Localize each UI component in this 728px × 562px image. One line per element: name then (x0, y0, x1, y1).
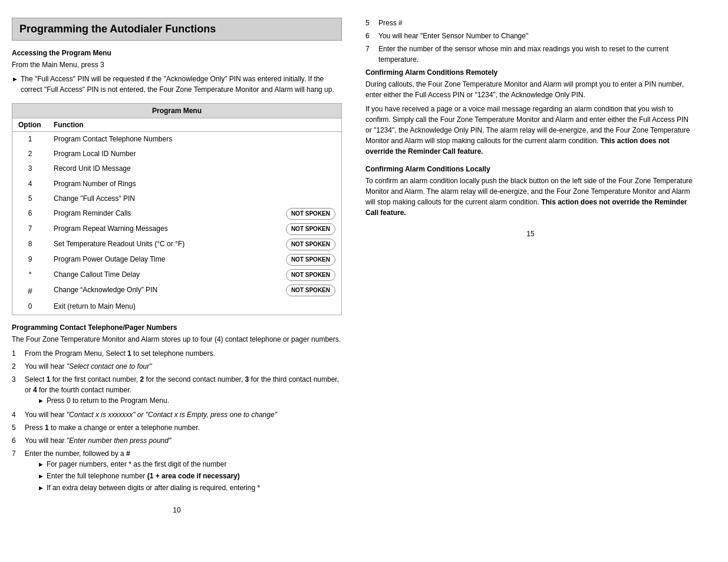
step-text: Press # (378, 18, 403, 28)
left-page-number: 10 (12, 506, 342, 514)
section1-intro: From the Main Menu, press 3 (12, 59, 342, 70)
step-number: 6 (12, 435, 20, 446)
not-spoken-badge: NOT SPOKEN (286, 254, 335, 266)
list-item: 7Enter the number, followed by a #►For p… (12, 448, 342, 494)
right-section1-para1: During callouts, the Four Zone Temperatu… (365, 79, 696, 100)
page-title: Programming the Autodialer Functions (12, 18, 342, 41)
col-option-header: Option (12, 118, 48, 132)
section2-intro: The Four Zone Temperature Monitor and Al… (12, 334, 342, 345)
step-text: You will hear "Enter Sensor Number to Ch… (378, 31, 528, 41)
step-text: Enter the number, followed by a # (25, 449, 130, 458)
table-row: 1Program Contact Telephone Numbers (12, 132, 341, 147)
arrow-icon: ► (38, 483, 44, 493)
table-cell-option: 5 (12, 191, 48, 206)
list-item: 5Press # (365, 18, 696, 28)
table-cell-function: Program Power Outage Delay TimeNOT SPOKE… (48, 252, 341, 267)
step-text: You will hear "Contact x is xxxxxxx" or … (25, 411, 277, 419)
col-function-header: Function (48, 118, 341, 132)
list-item: 6You will hear "Enter Sensor Number to C… (365, 31, 696, 41)
step-text: You will hear "Enter number then press p… (25, 437, 171, 445)
table-row: 5Change "Full Access" PIN (12, 191, 341, 206)
table-row: 0Exit (return to Main Menu) (12, 299, 341, 314)
table-row: 8Set Temperature Readout Units (°C or °F… (12, 237, 341, 252)
step-number: 1 (12, 348, 20, 359)
right-column: 5Press #6You will hear "Enter Sensor Num… (365, 18, 696, 544)
table-cell-function: Set Temperature Readout Units (°C or °F)… (48, 237, 341, 252)
table-cell-option: * (12, 267, 48, 283)
step-number: 4 (12, 409, 20, 420)
table-cell-option: 8 (12, 237, 48, 252)
list-item: 6You will hear "Enter number then press … (12, 435, 342, 446)
section1-bullet-text: The "Full Access" PIN will be requested … (21, 74, 342, 95)
table-cell-function: Change “Acknowledge Only” PINNOT SPOKEN (48, 283, 341, 298)
table-cell-function: Program Local ID Number (48, 147, 341, 161)
step-text: From the Program Menu, Select 1 to set t… (25, 349, 215, 358)
table-row: *Change Callout Time DelayNOT SPOKEN (12, 267, 341, 283)
table-row: 3Record Unit ID Message (12, 161, 341, 176)
step-text: Select 1 for the first contact number, 2… (25, 375, 339, 394)
table-row: 2Program Local ID Number (12, 147, 341, 161)
list-item: 7Enter the number of the sensor whose mi… (365, 44, 696, 65)
sub-bullet-text: Enter the full telephone number (1 + are… (47, 471, 240, 481)
not-spoken-badge: NOT SPOKEN (286, 269, 335, 281)
steps-list: 1From the Program Menu, Select 1 to set … (12, 348, 342, 494)
step-number: 3 (12, 374, 20, 407)
list-item: 2You will hear "Select contact one to fo… (12, 361, 342, 372)
not-spoken-badge: NOT SPOKEN (286, 208, 335, 220)
table-cell-function: Program Reminder CallsNOT SPOKEN (48, 206, 341, 222)
list-item: 3Select 1 for the first contact number, … (12, 374, 342, 407)
arrow-icon: ► (12, 74, 18, 95)
menu-options-table: Option Function 1Program Contact Telepho… (12, 118, 341, 315)
arrow-icon: ► (38, 471, 44, 481)
step-number: 2 (12, 361, 20, 372)
table-row: 6Program Reminder CallsNOT SPOKEN (12, 206, 341, 222)
program-menu-table: Program Menu Option Function 1Program Co… (12, 103, 342, 315)
table-cell-option: 0 (12, 299, 48, 314)
step-text: Press 1 to make a change or enter a tele… (25, 424, 200, 432)
not-spoken-badge: NOT SPOKEN (286, 239, 335, 250)
right-section2-heading: Confirming Alarm Conditions Locally (365, 165, 696, 173)
sub-bullet-text: Press 0 to return to the Program Menu. (47, 395, 169, 406)
step-text: You will hear "Select contact one to fou… (25, 362, 152, 371)
arrow-icon: ► (38, 459, 44, 470)
step-number: 7 (365, 44, 374, 65)
table-cell-option: 7 (12, 222, 48, 237)
table-row: 9Program Power Outage Delay TimeNOT SPOK… (12, 252, 341, 267)
table-cell-function: Program Repeat Warning MessagesNOT SPOKE… (48, 222, 341, 237)
section1-bullet: ► The "Full Access" PIN will be requeste… (12, 74, 342, 95)
step-number: 7 (12, 448, 20, 494)
table-title: Program Menu (12, 104, 341, 118)
table-cell-function: Change Callout Time DelayNOT SPOKEN (48, 267, 341, 283)
step-number: 5 (12, 422, 20, 433)
table-row: #Change “Acknowledge Only” PINNOT SPOKEN (12, 283, 341, 299)
list-item: 5Press 1 to make a change or enter a tel… (12, 422, 342, 433)
table-cell-function: Program Contact Telephone Numbers (48, 132, 341, 147)
arrow-icon: ► (38, 396, 44, 406)
section1-heading: Accessing the Program Menu (12, 49, 342, 57)
right-section1-heading: Confirming Alarm Conditions Remotely (365, 68, 696, 77)
sub-bullet-text: If an extra delay between digits or afte… (47, 482, 260, 493)
table-cell-function: Exit (return to Main Menu) (48, 299, 341, 314)
table-cell-option: 2 (12, 147, 48, 161)
table-cell-option: 3 (12, 161, 48, 176)
step-text: Enter the number of the sensor whose min… (378, 44, 696, 65)
table-cell-option: 4 (12, 177, 48, 191)
right-section2-para1: To confirm an alarm condition locally pu… (365, 176, 696, 218)
not-spoken-badge: NOT SPOKEN (286, 285, 335, 296)
left-column: Programming the Autodialer Functions Acc… (12, 18, 342, 544)
table-cell-option: 1 (12, 132, 48, 147)
list-item: 1From the Program Menu, Select 1 to set … (12, 348, 342, 359)
sub-bullet-text: For pager numbers, enter * as the first … (47, 459, 226, 470)
top-steps-list: 5Press #6You will hear "Enter Sensor Num… (365, 18, 696, 65)
table-cell-function: Record Unit ID Message (48, 161, 341, 176)
table-cell-option: 6 (12, 206, 48, 222)
section2-heading: Programming Contact Telephone/Pager Numb… (12, 323, 342, 332)
step-number: 5 (365, 18, 374, 28)
table-cell-option: 9 (12, 252, 48, 267)
table-cell-function: Change "Full Access" PIN (48, 191, 341, 206)
table-row: 4Program Number of Rings (12, 177, 341, 191)
right-section1-para2: If you have received a page or a voice m… (365, 104, 696, 157)
right-page-number: 15 (365, 230, 696, 238)
table-cell-function: Program Number of Rings (48, 177, 341, 191)
table-cell-option: # (12, 283, 48, 299)
